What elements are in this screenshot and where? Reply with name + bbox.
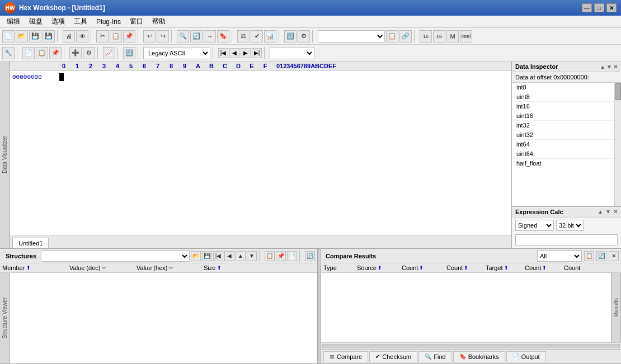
cursor[interactable] bbox=[59, 73, 64, 81]
cut-button[interactable]: ✂ bbox=[96, 30, 109, 42]
menu-edit[interactable]: 编辑 bbox=[2, 16, 25, 27]
stats-button[interactable]: 📊 bbox=[264, 30, 276, 42]
di-int8[interactable]: int8 bbox=[512, 83, 614, 92]
open-button[interactable]: 📂 bbox=[16, 30, 28, 42]
di-uint8[interactable]: uint8 bbox=[512, 92, 614, 102]
ec-down-btn[interactable]: ▼ bbox=[605, 209, 611, 215]
nav-play[interactable]: ▶ bbox=[241, 48, 251, 58]
find-tab[interactable]: 🔍 Find bbox=[418, 351, 451, 362]
struct-nav3-btn[interactable]: ▲ bbox=[236, 251, 246, 261]
wrench-button[interactable]: 🔧 bbox=[2, 47, 15, 59]
undo-button[interactable]: ↩ bbox=[143, 30, 156, 42]
ec-close-btn[interactable]: ✕ bbox=[613, 209, 618, 215]
di-close-btn[interactable]: ✕ bbox=[613, 64, 618, 70]
struct-btn3[interactable]: 📄 bbox=[287, 251, 297, 261]
ec-up-btn[interactable]: ▲ bbox=[598, 209, 603, 215]
count1-sort-icon[interactable]: ⬆ bbox=[419, 265, 424, 271]
t2-btn2[interactable]: 📋 bbox=[36, 47, 48, 59]
copy-button[interactable]: 📋 bbox=[110, 30, 122, 42]
intel-btn[interactable]: intel bbox=[460, 30, 472, 42]
paste-button[interactable]: 📌 bbox=[123, 30, 135, 42]
struct-nav4-btn[interactable]: ▼ bbox=[247, 251, 257, 261]
bit-select[interactable]: 32 bit 16 bit 64 bit bbox=[556, 220, 584, 231]
struct-nav2-btn[interactable]: ◀ bbox=[224, 251, 234, 261]
menu-help[interactable]: 帮助 bbox=[148, 16, 170, 27]
compare-tab[interactable]: ⚖ Compare bbox=[323, 351, 368, 362]
compare-button[interactable]: ⚖ bbox=[237, 30, 250, 42]
t2-calc-btn[interactable]: 🔢 bbox=[123, 47, 135, 59]
ec-controls[interactable]: ▲ ▼ ✕ bbox=[598, 209, 618, 215]
member-sort-icon[interactable]: ⬆ bbox=[26, 265, 31, 271]
struct-button[interactable]: ⚙ bbox=[298, 30, 310, 42]
di-controls[interactable]: ▲ ▼ ✕ bbox=[600, 64, 618, 70]
print-button[interactable]: 🖨 bbox=[63, 30, 75, 42]
di-uint32[interactable]: uint32 bbox=[512, 130, 614, 140]
t2-struct-btn[interactable]: ⚙ bbox=[83, 47, 95, 59]
save-all-button[interactable]: 💾 bbox=[43, 30, 55, 42]
di-list[interactable]: int8 uint8 int16 uint16 int32 uint32 int… bbox=[512, 83, 614, 206]
di-half-float[interactable]: half_float bbox=[512, 159, 614, 168]
t2-btn3[interactable]: 📌 bbox=[49, 47, 62, 59]
redo-button[interactable]: ↪ bbox=[157, 30, 169, 42]
hex-view-btn[interactable]: 16 bbox=[420, 30, 432, 42]
title-bar-controls[interactable]: — □ ✕ bbox=[582, 3, 617, 12]
menu-disk[interactable]: 磁盘 bbox=[25, 16, 47, 27]
print-preview-button[interactable]: 👁 bbox=[76, 30, 88, 42]
di-down-btn[interactable]: ▼ bbox=[606, 64, 612, 70]
new-button[interactable]: 📄 bbox=[2, 30, 15, 42]
ec-input[interactable] bbox=[515, 234, 618, 245]
count3-sort-icon[interactable]: ⬆ bbox=[542, 265, 547, 271]
di-up-btn[interactable]: ▲ bbox=[600, 64, 605, 70]
t2-btn1[interactable]: 📄 bbox=[22, 47, 35, 59]
di-uint16[interactable]: uint16 bbox=[512, 111, 614, 121]
size-sort-icon[interactable]: ⬆ bbox=[217, 265, 222, 271]
struct-nav1-btn[interactable]: |◀ bbox=[213, 251, 223, 261]
nav-select[interactable] bbox=[270, 47, 314, 59]
nav-start[interactable]: |◀ bbox=[218, 48, 228, 58]
menu-options[interactable]: 选项 bbox=[47, 16, 69, 27]
struct-copy-btn[interactable]: 📋 bbox=[265, 251, 275, 261]
struct-select[interactable] bbox=[41, 250, 190, 262]
close-button[interactable]: ✕ bbox=[606, 3, 617, 12]
address-select[interactable] bbox=[318, 30, 385, 42]
hex-tab-untitled1[interactable]: Untitled1 bbox=[12, 238, 49, 248]
value-dec-edit-icon[interactable]: ✏ bbox=[102, 265, 106, 271]
codec-select[interactable]: Legacy ASCII bbox=[143, 47, 210, 59]
hex2-btn[interactable]: 16 bbox=[433, 30, 445, 42]
count2-sort-icon[interactable]: ⬆ bbox=[464, 265, 468, 271]
source-sort-icon[interactable]: ⬆ bbox=[378, 265, 382, 271]
sign-select[interactable]: Signed Unsigned bbox=[515, 220, 554, 231]
di-scroll-thumb[interactable] bbox=[615, 83, 621, 100]
compare-copy-btn[interactable]: 📋 bbox=[584, 251, 594, 261]
nav-prev[interactable]: ◀ bbox=[229, 48, 239, 58]
struct-save-btn[interactable]: 💾 bbox=[202, 251, 212, 261]
save-button[interactable]: 💾 bbox=[29, 30, 41, 42]
struct-refresh-btn[interactable]: 🔄 bbox=[305, 251, 315, 261]
output-tab[interactable]: 📄 Output bbox=[506, 351, 546, 362]
struct-content[interactable] bbox=[10, 273, 317, 363]
di-int16[interactable]: int16 bbox=[512, 102, 614, 111]
bookmarks-tab[interactable]: 🔖 Bookmarks bbox=[453, 351, 505, 362]
maximize-button[interactable]: □ bbox=[594, 3, 604, 12]
goto-button[interactable]: → bbox=[204, 30, 216, 42]
compare-content[interactable] bbox=[321, 273, 611, 342]
checksum-button[interactable]: ✔ bbox=[251, 30, 263, 42]
find-button[interactable]: 🔍 bbox=[177, 30, 189, 42]
menu-tools[interactable]: 工具 bbox=[69, 16, 92, 27]
di-uint64[interactable]: uint64 bbox=[512, 149, 614, 159]
compare-filter-select[interactable]: All bbox=[537, 250, 582, 262]
minimize-button[interactable]: — bbox=[582, 3, 592, 12]
menu-plugins[interactable]: Plug-Ins bbox=[92, 17, 125, 27]
di-int32[interactable]: int32 bbox=[512, 121, 614, 130]
hex-content[interactable]: 00000000 bbox=[10, 71, 511, 235]
hex-editor[interactable]: 0 1 2 3 4 5 6 7 8 9 A B C D E F 01234567… bbox=[10, 62, 512, 248]
t2-add-btn[interactable]: ➕ bbox=[69, 47, 82, 59]
t2-chart-btn[interactable]: 📈 bbox=[103, 47, 115, 59]
target-sort-icon[interactable]: ⬆ bbox=[504, 265, 509, 271]
compare-hscrollbar[interactable] bbox=[321, 342, 621, 349]
replace-button[interactable]: 🔄 bbox=[190, 30, 203, 42]
h-scroll-inner[interactable] bbox=[322, 344, 620, 348]
compare-close-btn[interactable]: ✕ bbox=[609, 251, 619, 261]
addr-btn2[interactable]: 🔗 bbox=[399, 30, 412, 42]
value-hex-edit-icon[interactable]: ✏ bbox=[169, 265, 173, 271]
